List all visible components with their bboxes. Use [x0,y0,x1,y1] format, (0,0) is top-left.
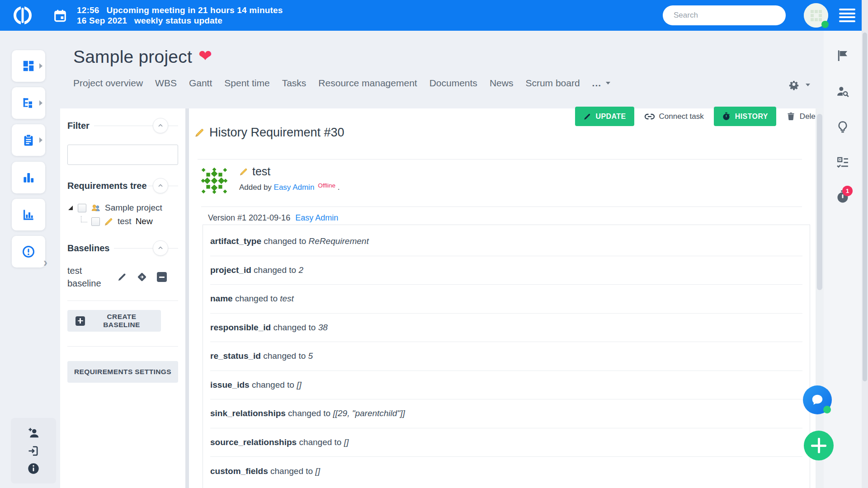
chevron-down-icon [806,84,810,86]
change-value: 2 [298,265,303,275]
edit-baseline-icon[interactable] [117,272,127,282]
change-row: sink_relationships changed to [[29, "par… [210,399,802,428]
change-action: changed to [268,466,316,476]
change-field: artifact_type [210,236,261,246]
user-avatar[interactable] [804,3,828,28]
filter-input[interactable] [67,145,178,165]
change-value: [] [344,437,349,447]
tree-root-checkbox[interactable] [78,204,86,212]
change-value: ReRequirement [309,236,369,246]
page-scrollbar-thumb[interactable] [863,33,867,381]
baseline-diff-icon[interactable] [137,272,147,282]
change-field: name [210,294,233,304]
page-scrollbar[interactable] [862,0,868,488]
tab-news[interactable]: News [490,78,514,89]
entity-title-text: test [252,165,270,178]
tree-icon [22,96,35,110]
tree-expander-icon[interactable] [67,205,74,211]
tab-more[interactable]: ... [592,78,611,89]
tab-scrum-board[interactable]: Scrum board [525,78,580,89]
tree-child-checkbox[interactable] [91,217,100,226]
tree-row-child: test New [81,215,178,228]
left-rail: › [0,31,60,488]
chat-fab[interactable] [803,385,832,414]
change-action: changed to [233,294,280,304]
tab-wbs[interactable]: WBS [155,78,177,89]
change-row: name changed to test [210,285,802,314]
flag-icon[interactable] [836,49,849,62]
lightbulb-icon[interactable] [836,120,849,134]
main-panel: UPDATE Connect task [189,108,816,488]
expand-sidebar-chevron[interactable]: › [43,256,47,270]
change-action: changed to [251,265,299,275]
checklist-icon[interactable] [836,155,849,169]
rail-alerts-button[interactable] [12,236,45,267]
create-baseline-button[interactable]: CREATE BASELINE [67,310,161,332]
change-action: changed to [261,236,309,246]
rail-dashboard-button[interactable] [12,50,45,82]
project-name: Sample project [73,47,192,67]
calendar-icon[interactable] [53,9,67,22]
version-changes: artifact_type changed to ReRequirement p… [203,225,810,488]
change-row: re_status_id changed to 5 [210,342,802,371]
project-settings-button[interactable] [788,80,810,90]
requirements-sidebar: Filter Requirements tree [60,108,185,488]
page-title: Sample project ❤ [73,47,212,67]
collapse-filter-button[interactable] [153,118,168,133]
connect-task-button[interactable]: Connect task [644,111,704,122]
tree-connector [81,216,87,222]
requirement-title-text: History Requirement #30 [209,126,344,140]
tree-row-root: Sample project [67,201,178,215]
rail-wbs-tree-button[interactable] [12,87,45,119]
tab-gantt[interactable]: Gantt [189,78,212,89]
add-fab[interactable] [804,431,834,460]
history-label: HISTORY [735,113,768,121]
tab-resource-management[interactable]: Resource management [318,78,417,89]
online-status-dot [821,21,829,28]
change-value: [] [315,466,320,476]
rail-requirements-button[interactable] [12,124,45,156]
add-user-icon[interactable] [27,427,40,440]
collapse-baselines-button[interactable] [153,240,168,256]
author-link[interactable]: Easy Admin [274,183,315,192]
rail-reports-button[interactable] [12,199,45,230]
sign-in-icon[interactable] [27,445,40,457]
tree-root-label[interactable]: Sample project [105,203,162,213]
tab-project-overview[interactable]: Project overview [73,78,143,89]
tab-documents[interactable]: Documents [429,78,477,89]
pencil-icon [104,217,113,226]
update-button[interactable]: UPDATE [575,107,634,126]
search-input[interactable] [663,5,786,25]
menu-icon[interactable] [839,7,855,24]
rail-utility-panel [11,418,56,483]
pencil-icon [194,127,205,138]
meeting-subtitle-link[interactable]: weekly status update [134,15,222,26]
baseline-name: test baseline [67,264,114,290]
action-toolbar: UPDATE Connect task [575,107,822,126]
chevron-right-icon [39,137,42,143]
panel-splitter-scrollbar[interactable] [185,108,189,488]
spent-time-button[interactable]: 1 [836,190,849,203]
tab-spent-time[interactable]: Spent time [224,78,269,89]
app-logo-icon[interactable] [12,5,33,26]
rail-column-chart-button[interactable] [12,162,45,193]
change-action: changed to [261,351,308,361]
tab-tasks[interactable]: Tasks [282,78,307,89]
requirements-settings-button[interactable]: REQUIREMENTS SETTINGS [67,361,178,383]
chevron-up-icon [157,245,164,251]
remove-baseline-button[interactable] [157,272,167,282]
baseline-item: test baseline [67,264,178,290]
heart-icon: ❤ [198,48,212,64]
tree-child-label[interactable]: test [118,216,132,226]
info-icon[interactable] [27,462,40,475]
main-scrollbar-thumb[interactable] [817,114,822,290]
meeting-title-link[interactable]: Upcoming meeting in 21 hours 14 minutes [107,5,283,15]
version-author-link[interactable]: Easy Admin [295,213,338,222]
change-field: sink_relationships [210,408,286,418]
connect-task-label: Connect task [659,112,704,121]
history-button[interactable]: HISTORY [714,107,776,126]
chat-bubble-icon [811,393,824,407]
user-search-icon[interactable] [836,85,849,99]
plus-icon [75,316,85,326]
collapse-tree-button[interactable] [153,178,168,193]
